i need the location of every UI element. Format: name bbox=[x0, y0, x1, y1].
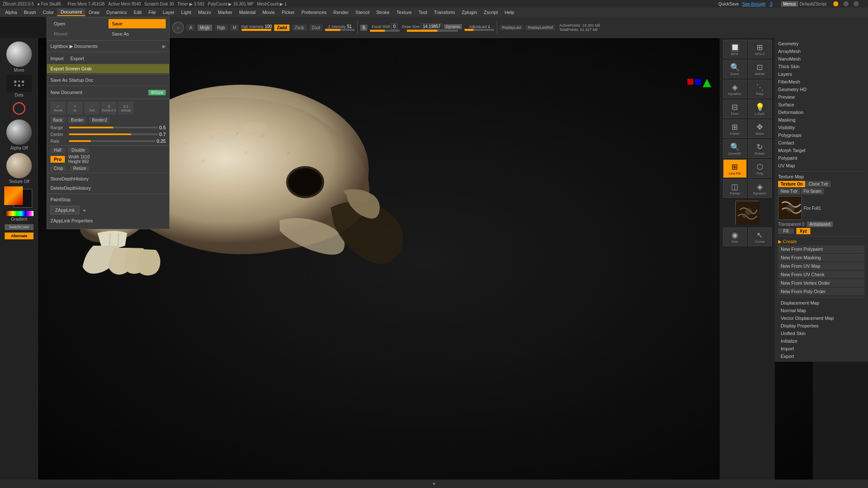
preview-item[interactable]: Preview bbox=[778, 93, 865, 101]
zsub-button[interactable]: Zsub bbox=[292, 25, 306, 31]
export-item[interactable]: Export bbox=[778, 352, 865, 360]
menu-tool[interactable]: Tool bbox=[415, 9, 431, 16]
array-mesh-item[interactable]: ArrayMesh bbox=[778, 47, 865, 55]
save-startup-button[interactable]: Save As Startup Doc bbox=[47, 75, 169, 85]
menu-zscript[interactable]: Zscript bbox=[481, 9, 501, 16]
border2-button[interactable]: Border2 bbox=[89, 117, 110, 123]
menu-light[interactable]: Light bbox=[178, 9, 195, 16]
vector-displacement-item[interactable]: Vector Displacement Map bbox=[778, 314, 865, 322]
open-button[interactable]: Open bbox=[50, 19, 108, 28]
half-button[interactable]: Half bbox=[50, 147, 65, 153]
menu-picker[interactable]: Picker bbox=[278, 9, 298, 16]
zoom3d-button[interactable]: 🔍 Zoom3D bbox=[723, 139, 747, 158]
fill-button[interactable]: Fill bbox=[778, 228, 794, 234]
surface-item[interactable]: Surface bbox=[778, 101, 865, 108]
save-as-button[interactable]: Save As bbox=[108, 29, 166, 39]
menus-button[interactable]: Menus bbox=[781, 1, 798, 7]
focal-shift-slider[interactable] bbox=[370, 30, 400, 32]
antialiased-button[interactable]: Antialiased bbox=[807, 222, 833, 227]
uv-map-item[interactable]: UV Map bbox=[778, 162, 865, 169]
double-button[interactable]: Double bbox=[68, 147, 89, 153]
new-from-poly-order-button[interactable]: New From Poly Order bbox=[778, 288, 865, 295]
menu-edit[interactable]: Edit bbox=[130, 9, 145, 16]
import-item[interactable]: Import bbox=[778, 345, 865, 352]
fiber-mesh-item[interactable]: FiberMesh bbox=[778, 78, 865, 86]
menu-help[interactable]: Help bbox=[501, 9, 518, 16]
xyz-button[interactable]: Xyz bbox=[796, 228, 810, 234]
new-from-uv-map-button[interactable]: New From UV Map bbox=[778, 262, 865, 270]
texture-on-button[interactable]: Texture On bbox=[778, 181, 805, 187]
export-button[interactable]: Export bbox=[70, 54, 84, 63]
initialize-item[interactable]: Initialize bbox=[778, 337, 865, 345]
frame-button[interactable]: ⊞ Frame bbox=[723, 119, 747, 138]
display-properties-item[interactable]: Display Properties bbox=[778, 322, 865, 330]
center-slider[interactable] bbox=[69, 133, 158, 135]
texture-preview-thumb[interactable] bbox=[778, 196, 802, 220]
displacement-map-item[interactable]: Displacement Map bbox=[778, 299, 865, 307]
replay-last-button[interactable]: ReplayLast bbox=[500, 25, 523, 30]
circle-indicator[interactable] bbox=[6, 100, 32, 117]
paint-stop-button[interactable]: PaintStop bbox=[47, 195, 169, 204]
dynamic-button[interactable]: Dynamic bbox=[444, 24, 462, 29]
zadd-button[interactable]: Zadd bbox=[274, 25, 289, 31]
rgb-button[interactable]: Rgb bbox=[215, 25, 228, 31]
menu-layer[interactable]: Layer bbox=[159, 9, 178, 16]
layers-item[interactable]: Layers bbox=[778, 70, 865, 78]
geometry-item[interactable]: Geometry bbox=[778, 40, 865, 47]
masking-item[interactable]: Masking bbox=[778, 116, 865, 124]
texture-ball[interactable] bbox=[6, 153, 32, 178]
draw-size-slider[interactable] bbox=[407, 30, 458, 32]
perp-button[interactable]: ⋱ Perp bbox=[748, 80, 772, 98]
visibility-item[interactable]: Visibility bbox=[778, 124, 865, 131]
deformation-item[interactable]: Deformation bbox=[778, 108, 865, 116]
solo-button[interactable]: ◉ Solo bbox=[723, 227, 747, 246]
polygroups-item[interactable]: Polygroups bbox=[778, 131, 865, 139]
cursor-button[interactable]: ↖ Cursor bbox=[748, 227, 772, 246]
new-txtr-button[interactable]: New Txtr bbox=[778, 188, 800, 194]
z-intensity-slider[interactable] bbox=[325, 29, 355, 31]
menu-color[interactable]: Color bbox=[39, 9, 57, 16]
lightbox-docs-button[interactable]: Lightbox ▶ Documents ▶ bbox=[47, 42, 169, 51]
contact-item[interactable]: Contact bbox=[778, 139, 865, 147]
rgb-intensity-slider[interactable] bbox=[242, 29, 271, 31]
new-from-uv-check-button[interactable]: New From UV Check bbox=[778, 271, 865, 278]
gradient-bar[interactable] bbox=[5, 211, 33, 216]
switch-color-button[interactable]: SwitchColor bbox=[5, 224, 33, 230]
m-button[interactable]: M bbox=[230, 25, 239, 31]
menu-document[interactable]: Document bbox=[57, 8, 85, 16]
floor-button[interactable]: ⊟ Floor bbox=[723, 100, 747, 118]
draw-size-input[interactable]: 14.19857 bbox=[421, 23, 443, 30]
new-from-polypaint-button[interactable]: New From Polypaint bbox=[778, 245, 865, 253]
bpr-button[interactable]: 🔲 BPR bbox=[723, 40, 747, 58]
s-button[interactable]: S bbox=[360, 25, 367, 31]
back-button[interactable]: Back bbox=[50, 117, 65, 123]
move-button-rp[interactable]: ✥ Move bbox=[748, 119, 772, 138]
move-sphere[interactable] bbox=[6, 42, 32, 67]
a-button[interactable]: A bbox=[186, 24, 195, 31]
linefill-button[interactable]: ⊞ Line Fill bbox=[723, 159, 747, 178]
geometry-hd-item[interactable]: Geometry HD bbox=[778, 86, 865, 93]
zoom-button[interactable]: 🔍 Zoom bbox=[723, 60, 747, 78]
aahat-button[interactable]: ⊡ AAHat bbox=[748, 60, 772, 78]
transp-button[interactable]: ◫ Transp bbox=[723, 179, 747, 198]
morph-target-item[interactable]: Morph Target bbox=[778, 147, 865, 154]
poly-button[interactable]: ⬡ Poly bbox=[748, 159, 772, 178]
save-button[interactable]: Save bbox=[108, 19, 166, 28]
pro-button[interactable]: Pro bbox=[50, 156, 65, 163]
alpha-ball[interactable] bbox=[6, 119, 32, 145]
menu-preferences[interactable]: Preferences bbox=[298, 9, 330, 16]
adjust-last-slider[interactable] bbox=[465, 29, 494, 31]
menu-render[interactable]: Render bbox=[330, 9, 352, 16]
polypaint-item[interactable]: Polypaint bbox=[778, 154, 865, 162]
focal-shift-input[interactable]: 0 bbox=[391, 23, 398, 30]
default-zscript[interactable]: DefaultZScript bbox=[800, 2, 826, 6]
primary-color-swatch[interactable] bbox=[4, 186, 23, 205]
menu-macro[interactable]: Macro bbox=[195, 9, 214, 16]
export-screen-grab-button[interactable]: Export Screen Grab bbox=[47, 64, 169, 73]
window-controls[interactable] bbox=[833, 1, 862, 6]
menu-marker[interactable]: Marker bbox=[214, 9, 236, 16]
menu-movie[interactable]: Movie bbox=[259, 9, 278, 16]
menu-zplugin[interactable]: Zplugin bbox=[458, 9, 480, 16]
scroll-button[interactable]: ⤢ Scroll bbox=[50, 102, 66, 114]
mode-ring[interactable]: ○ bbox=[172, 22, 184, 33]
